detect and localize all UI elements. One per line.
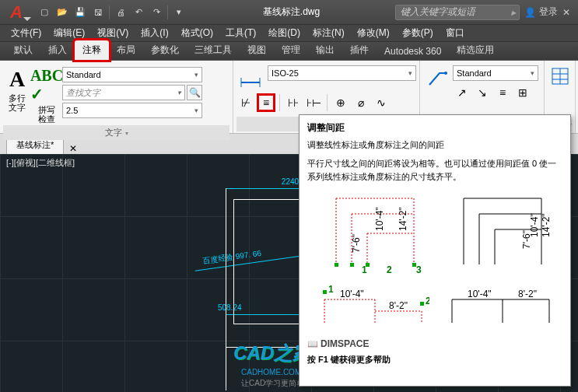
tab-plugins[interactable]: 插件 <box>342 40 377 60</box>
ribbon-tabs: 默认 插入 注释 布局 参数化 三维工具 视图 管理 输出 插件 Autodes… <box>0 42 578 61</box>
spellcheck-label: 拼写 检查 <box>34 105 59 124</box>
dimension-linear-icon <box>239 67 262 89</box>
dim-style-combo[interactable]: ISO-25 <box>268 65 416 81</box>
login-button[interactable]: 👤 登录 <box>524 5 558 19</box>
menu-view[interactable]: 视图(V) <box>91 25 135 41</box>
tooltip-command: 📖 DIMSPACE <box>307 338 562 349</box>
exchange-icon[interactable]: ✕ <box>562 7 570 18</box>
svg-text:14'-2": 14'-2" <box>541 214 552 238</box>
tooltip-diagram-left: 7'-6" 10'-4" 14'-2" 1 2 3 <box>313 191 429 276</box>
tooltip-body: 平行尺寸线之间的间距将设为相等。也可以通过使用间距值 0 使一系列线性标注或角度… <box>307 157 562 183</box>
svg-text:2: 2 <box>426 296 429 306</box>
tab-manage[interactable]: 管理 <box>274 40 308 60</box>
menu-modify[interactable]: 修改(M) <box>351 25 396 41</box>
watermark-tag: 让CAD学习更简单 <box>241 378 304 389</box>
dim-jog-icon[interactable]: ∿ <box>372 93 391 112</box>
svg-text:8'-2": 8'-2" <box>389 300 408 311</box>
tab-autodesk360[interactable]: Autodesk 360 <box>377 43 449 60</box>
tooltip-diagram-br: 10'-4" 8'-2" <box>440 284 557 331</box>
menu-file[interactable]: 文件(F) <box>5 25 47 41</box>
panel-text: A 多行 文字 ABC✓ 拼写 检查 Standard 查找文字 🔍 2.5 文… <box>0 61 233 133</box>
tab-parametric[interactable]: 参数化 <box>143 40 187 60</box>
svg-text:2: 2 <box>387 264 392 275</box>
print-icon[interactable]: 🖨 <box>112 5 129 20</box>
text-height-combo[interactable]: 2.5 <box>62 103 202 118</box>
menu-window[interactable]: 窗口 <box>440 25 471 41</box>
svg-rect-40 <box>323 290 327 294</box>
table-button[interactable] <box>548 65 572 87</box>
tab-view[interactable]: 视图 <box>240 40 274 60</box>
svg-text:7'-6": 7'-6" <box>351 234 362 253</box>
tab-layout[interactable]: 布局 <box>109 40 143 60</box>
tooltip-help: 按 F1 键获得更多帮助 <box>307 354 562 366</box>
tooltip-desc: 调整线性标注或角度标注之间的间距 <box>307 139 562 151</box>
dim-inspect-icon[interactable]: ⌀ <box>352 93 370 112</box>
tab-output[interactable]: 输出 <box>308 40 342 60</box>
redo-icon[interactable]: ↷ <box>148 5 165 20</box>
multiline-text-button[interactable]: A 多行 文字 <box>3 65 31 114</box>
svg-text:10'-4": 10'-4" <box>529 214 540 238</box>
leader-align-icon[interactable]: ≡ <box>493 83 512 102</box>
svg-text:8'-2": 8'-2" <box>518 289 537 299</box>
app-logo[interactable]: A <box>3 1 30 24</box>
dim-tolerance-icon[interactable]: ⊕ <box>331 93 350 112</box>
window-title: 基线标注.dwg <box>187 5 395 19</box>
mleader-button[interactable] <box>423 65 451 90</box>
title-bar: A ▢ 📂 💾 🖫 🖨 ↶ ↷ ▾ 基线标注.dwg 键入关键字或短语 👤 登录… <box>0 0 578 25</box>
find-button-icon[interactable]: 🔍 <box>187 85 202 100</box>
tooltip-diagram-right: 7'-6" 10'-4" 14'-2" <box>440 191 557 276</box>
text-style-combo[interactable]: Standard <box>62 67 202 82</box>
svg-text:14'-2": 14'-2" <box>398 208 408 232</box>
undo-icon[interactable]: ↶ <box>130 5 147 20</box>
text-icon: A <box>9 67 25 92</box>
help-search-input[interactable]: 键入关键字或短语 <box>395 5 520 20</box>
open-icon[interactable]: 📂 <box>54 5 71 20</box>
multiline-text-label: 多行 文字 <box>5 93 30 112</box>
tab-default[interactable]: 默认 <box>6 40 40 60</box>
menu-format[interactable]: 格式(O) <box>175 25 219 41</box>
menu-parametric[interactable]: 参数(P) <box>396 25 440 41</box>
saveas-icon[interactable]: 🖫 <box>89 5 107 20</box>
leader-collect-icon[interactable]: ⊞ <box>513 83 532 102</box>
svg-rect-16 <box>350 263 354 267</box>
svg-text:3: 3 <box>416 264 422 275</box>
tab-annotate[interactable]: 注释 <box>75 40 109 60</box>
viewport-label[interactable]: [-][俯视][二维线框] <box>6 157 75 169</box>
dim-continue-icon[interactable]: ⊦⊦ <box>284 93 303 112</box>
table-icon <box>551 67 569 86</box>
tooltip-diagram-bl: 10'-4" 8'-2" 1 2 <box>313 284 429 331</box>
menu-draw[interactable]: 绘图(D) <box>262 25 307 41</box>
svg-text:10'-4": 10'-4" <box>340 289 364 299</box>
spellcheck-icon: ABC✓ <box>30 67 63 103</box>
find-text-input[interactable]: 查找文字 <box>62 85 185 100</box>
login-label: 登录 <box>539 5 558 19</box>
leader-icon <box>426 67 449 89</box>
svg-rect-15 <box>335 263 338 267</box>
save-icon[interactable]: 💾 <box>72 5 89 20</box>
tooltip-title: 调整间距 <box>307 121 562 135</box>
menu-tools[interactable]: 工具(T) <box>219 25 262 41</box>
svg-rect-41 <box>420 302 424 306</box>
tab-3dtools[interactable]: 三维工具 <box>187 40 240 60</box>
spellcheck-button[interactable]: ABC✓ 拼写 检查 <box>33 65 61 125</box>
leader-remove-icon[interactable]: ↘ <box>473 83 492 102</box>
svg-text:1: 1 <box>362 264 367 275</box>
svg-text:10'-4": 10'-4" <box>374 208 385 232</box>
tab-featured[interactable]: 精选应用 <box>449 40 502 60</box>
tooltip: 调整间距 调整线性标注或角度标注之间的间距 平行尺寸线之间的间距将设为相等。也可… <box>299 114 571 387</box>
tab-insert[interactable]: 插入 <box>40 40 75 60</box>
dim-space-icon[interactable]: ≡ <box>257 93 275 112</box>
new-icon[interactable]: ▢ <box>36 5 53 20</box>
leader-style-combo[interactable]: Standard <box>453 65 538 81</box>
panel-text-title[interactable]: 文字 <box>3 125 229 140</box>
menu-edit[interactable]: 编辑(E) <box>47 25 91 41</box>
menu-dimension[interactable]: 标注(N) <box>307 25 351 41</box>
leader-add-icon[interactable]: ↗ <box>453 83 471 102</box>
dim-baseline-icon[interactable]: ⊦⊢ <box>304 93 323 112</box>
new-drawing-tab-icon[interactable]: ✕ <box>65 143 81 154</box>
dimension-button[interactable] <box>236 65 264 90</box>
dim-break-icon[interactable]: ⊬ <box>236 93 255 112</box>
qat-more-icon[interactable]: ▾ <box>170 5 187 20</box>
quick-access-toolbar: ▢ 📂 💾 🖫 🖨 ↶ ↷ ▾ <box>36 5 187 20</box>
menu-insert[interactable]: 插入(I) <box>135 25 174 41</box>
